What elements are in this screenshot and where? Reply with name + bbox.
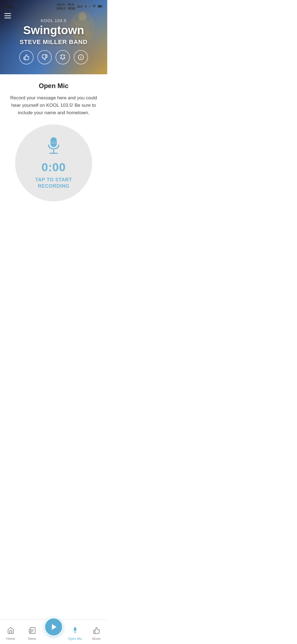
svg-rect-2 — [98, 6, 101, 7]
svg-rect-5 — [4, 13, 11, 14]
page-description: Record your message here and you could h… — [6, 94, 102, 117]
like-button[interactable] — [19, 50, 34, 64]
song-title: Swingtown — [19, 24, 88, 37]
wifi-signal-icon — [92, 5, 96, 9]
alarm-button[interactable] — [56, 50, 70, 64]
song-action-buttons — [19, 50, 88, 64]
main-content: Open Mic Record your message here and yo… — [0, 74, 107, 234]
dot-icon: • — [89, 5, 90, 9]
svg-rect-7 — [4, 18, 11, 18]
page-title: Open Mic — [6, 82, 102, 90]
menu-button[interactable] — [4, 13, 11, 20]
status-icons: 104.5WKLY 95.5WSB 314 ▼ • — [57, 3, 103, 10]
info-button[interactable] — [74, 50, 88, 64]
microphone-icon — [45, 136, 62, 157]
channel-label: 314 — [77, 5, 82, 9]
svg-rect-6 — [4, 15, 11, 16]
station-name: KOOL 103.5 — [19, 18, 88, 23]
battery-icon — [98, 5, 103, 9]
wifi-icon: ▼ — [84, 5, 87, 9]
dislike-button[interactable] — [37, 50, 52, 64]
record-area: 0:00 TAP TO STARTRECORDING — [6, 124, 102, 201]
now-playing-info: KOOL 103.5 Swingtown STEVE MILLER BAND — [19, 18, 88, 64]
radio1-label: 104.5WKLY — [57, 3, 66, 10]
status-bar: 9:48 104.5WKLY 95.5WSB 314 ▼ • — [0, 0, 107, 12]
artist-name: STEVE MILLER BAND — [19, 39, 88, 46]
record-timer: 0:00 — [42, 161, 66, 174]
radio2-label: 95.5WSB — [68, 3, 75, 10]
record-button[interactable]: 0:00 TAP TO STARTRECORDING — [15, 124, 92, 201]
svg-line-9 — [64, 55, 65, 55]
status-time: 9:48 — [4, 4, 13, 9]
tap-to-record-label: TAP TO STARTRECORDING — [35, 177, 72, 190]
svg-rect-1 — [102, 6, 103, 7]
svg-line-8 — [61, 55, 61, 55]
